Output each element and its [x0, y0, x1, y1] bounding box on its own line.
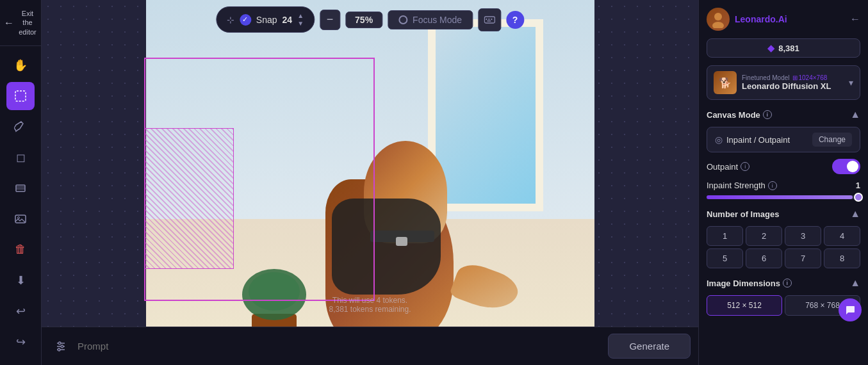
num-images-title: Number of Images — [707, 209, 779, 219]
image-dimensions-grid: 512 × 512 768 × 768 — [707, 295, 860, 316]
canvas-mode-title: Canvas Mode i — [707, 110, 772, 120]
user-header: Leonardo.Ai ← — [707, 8, 860, 31]
chat-icon — [844, 304, 856, 316]
snap-control[interactable]: ⊹ ✓ Snap 24 ▲ ▼ — [216, 6, 315, 33]
num-images-2[interactable]: 2 — [746, 226, 782, 246]
num-images-7[interactable]: 7 — [785, 248, 821, 268]
layers-tool-button[interactable] — [6, 174, 35, 202]
inpaint-strength-value: 1 — [856, 181, 860, 190]
eraser-tool-button[interactable]: ◻ — [6, 143, 35, 172]
svg-rect-10 — [487, 20, 491, 22]
image-dimensions-header: Image Dimensions i ▲ — [707, 277, 860, 289]
inpaint-strength-info-icon[interactable]: i — [768, 181, 777, 190]
strength-fill — [707, 195, 853, 199]
top-toolbar: ⊹ ✓ Snap 24 ▲ ▼ − 75% Focus Mode — [216, 6, 524, 33]
image-dimensions-title: Image Dimensions i — [707, 279, 792, 288]
sliders-button[interactable] — [49, 335, 72, 358]
dog-vest — [332, 199, 441, 295]
strength-thumb — [854, 193, 863, 202]
num-images-8[interactable]: 8 — [824, 248, 860, 268]
left-toolbar: ← Exit the editor ✋ ◻ — [0, 0, 42, 365]
change-mode-button[interactable]: Change — [812, 133, 852, 147]
num-images-6[interactable]: 6 — [746, 248, 782, 268]
sliders-icon — [54, 340, 67, 353]
redo-tool-button[interactable]: ↪ — [6, 328, 35, 356]
svg-point-15 — [61, 345, 63, 348]
inpaint-strength-label: Inpaint Strength i — [707, 181, 777, 190]
dim-512x512[interactable]: 512 × 512 — [707, 295, 782, 316]
exit-editor-button[interactable]: ← Exit the editor — [0, 0, 41, 46]
finetuned-label: Finetuned Model — [742, 74, 790, 81]
svg-point-5 — [18, 216, 20, 218]
num-images-header: Number of Images ▲ — [707, 208, 860, 220]
inpaint-strength-slider[interactable] — [707, 195, 860, 199]
outpaint-toggle[interactable] — [832, 159, 860, 174]
model-size-icon: ⊞ — [792, 74, 798, 81]
model-name: Leonardo Diffusion XL — [742, 81, 844, 91]
num-images-collapse-button[interactable]: ▲ — [850, 208, 860, 220]
image-tool-button[interactable] — [6, 205, 35, 233]
focus-mode-button[interactable]: Focus Mode — [388, 10, 473, 29]
model-size: ⊞ 1024×768 — [792, 74, 828, 81]
focus-icon — [398, 15, 407, 24]
zoom-minus-button[interactable]: − — [320, 10, 340, 30]
exit-label: Exit the editor — [18, 9, 37, 36]
token-value: 8,381 — [778, 44, 799, 53]
svg-point-18 — [712, 22, 724, 28]
dog-collar — [370, 231, 434, 242]
snap-stepper[interactable]: ▲ ▼ — [297, 12, 304, 27]
snap-label: Snap — [256, 15, 277, 25]
snap-value: 24 — [283, 15, 293, 25]
brush-tool-button[interactable] — [6, 113, 35, 141]
keyboard-icon — [484, 14, 495, 26]
canvas-background[interactable]: ⊹ ✓ Snap 24 ▲ ▼ − 75% Focus Mode — [42, 0, 698, 365]
chat-bubble-button[interactable] — [839, 298, 862, 321]
outpaint-label: Outpaint i — [707, 162, 749, 172]
token-notice: This will use 4 tokens. 8,381 tokens rem… — [329, 296, 411, 314]
image-dimensions-collapse-button[interactable]: ▲ — [850, 277, 860, 289]
avatar-image — [709, 10, 727, 28]
help-button[interactable]: ? — [506, 11, 524, 29]
token-icon: ◆ — [767, 43, 774, 53]
svg-rect-7 — [486, 19, 487, 20]
select-tool-button[interactable] — [6, 82, 35, 110]
model-info: Finetuned Model ⊞ 1024×768 Leonardo Diff… — [742, 74, 844, 91]
bottom-bar: Generate — [42, 327, 698, 365]
layers-icon — [14, 182, 27, 195]
num-images-3[interactable]: 3 — [785, 226, 821, 246]
plant-top2 — [249, 272, 300, 311]
svg-rect-0 — [15, 91, 26, 101]
download-tool-button[interactable]: ⬇ — [6, 266, 35, 295]
canvas-mode-info-icon[interactable]: i — [763, 110, 772, 119]
token-notice-line1: This will use 4 tokens. — [329, 296, 411, 305]
back-icon[interactable]: ← — [850, 13, 860, 25]
model-selector[interactable]: 🐕 Finetuned Model ⊞ 1024×768 Leonardo Di… — [707, 65, 860, 100]
num-images-grid: 1 2 3 4 5 6 7 8 — [707, 226, 860, 268]
svg-point-17 — [714, 13, 722, 20]
model-dropdown-icon: ▾ — [849, 77, 853, 88]
keyboard-shortcuts-button[interactable] — [478, 8, 501, 31]
generate-button[interactable]: Generate — [608, 334, 691, 359]
canvas-mode-collapse-button[interactable]: ▲ — [850, 109, 860, 120]
zoom-display: 75% — [345, 12, 382, 28]
hand-tool-button[interactable]: ✋ — [6, 51, 35, 79]
outpaint-info-icon[interactable]: i — [741, 162, 749, 171]
svg-rect-8 — [488, 19, 489, 20]
image-dimensions-info-icon[interactable]: i — [783, 279, 792, 288]
image-icon — [14, 213, 27, 225]
num-images-4[interactable]: 4 — [824, 226, 860, 246]
collar-tag — [396, 237, 407, 246]
prompt-input[interactable] — [78, 341, 603, 352]
token-notice-line2: 8,381 tokens remaining. — [329, 305, 411, 314]
select-icon — [14, 90, 27, 102]
model-thumbnail: 🐕 — [714, 71, 737, 94]
undo-tool-button[interactable]: ↩ — [6, 297, 35, 325]
snap-check-icon: ✓ — [240, 14, 251, 26]
avatar — [707, 8, 730, 31]
num-images-1[interactable]: 1 — [707, 226, 743, 246]
brush-icon — [14, 120, 27, 133]
delete-tool-button[interactable]: 🗑 — [6, 236, 35, 264]
username: Leonardo.Ai — [735, 14, 845, 24]
model-category-label: Finetuned Model ⊞ 1024×768 — [742, 74, 844, 81]
num-images-5[interactable]: 5 — [707, 248, 743, 268]
